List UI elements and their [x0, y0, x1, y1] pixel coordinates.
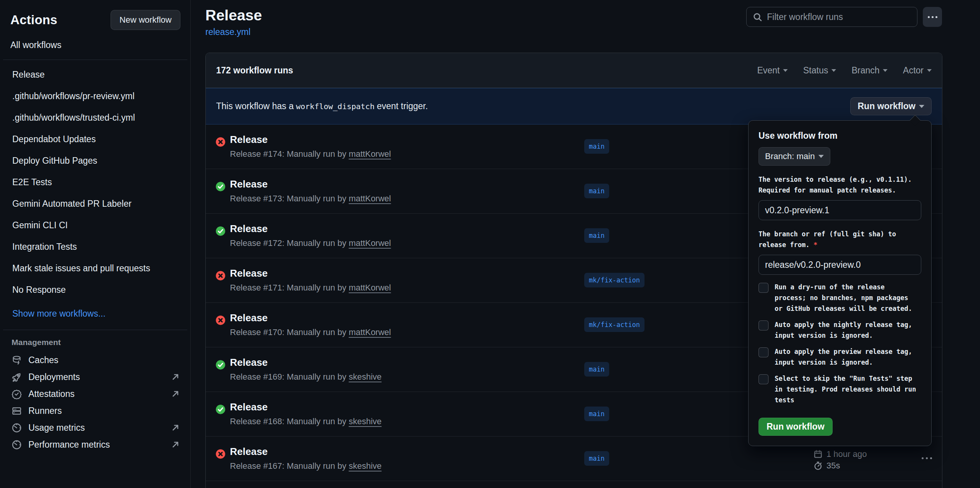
sidebar-workflow-item[interactable]: .github/workflows/pr-review.yml [7, 85, 181, 107]
run-actor-link[interactable]: mattKorwel [349, 327, 391, 337]
management-item-icon [12, 389, 22, 399]
chevron-down-icon [818, 155, 824, 158]
panel-checkbox[interactable] [759, 283, 768, 293]
sidebar-workflow-label: .github/workflows/pr-review.yml [12, 91, 134, 101]
runs-filter-dropdown[interactable]: Branch [851, 65, 887, 76]
ref-input[interactable] [759, 255, 921, 275]
run-branch-badge[interactable]: main [584, 184, 609, 198]
run-actor-link[interactable]: skeshive [349, 461, 382, 471]
run-actor-link[interactable]: skeshive [349, 372, 382, 382]
sidebar-workflow-item[interactable]: Release [7, 64, 181, 85]
runs-card-header: 172 workflow runs Event Status Branch Ac… [206, 53, 942, 88]
panel-checkbox-row: Auto apply the nightly release tag, inpu… [759, 319, 921, 341]
sidebar-workflow-item[interactable]: Gemini CLI CI [7, 214, 181, 236]
chevron-down-icon [783, 69, 788, 72]
chevron-down-icon [883, 69, 887, 72]
run-title-link[interactable]: Release [230, 267, 268, 279]
sidebar-workflow-item[interactable]: .github/workflows/trusted-ci.yml [7, 107, 181, 128]
run-branch-badge[interactable]: main [584, 139, 609, 154]
run-kebab-menu-button[interactable] [918, 453, 936, 463]
page-title: Release [205, 7, 262, 24]
runs-filter-dropdown[interactable]: Event [757, 65, 788, 76]
run-status-icon [215, 360, 226, 370]
management-item-label: Deployments [28, 372, 80, 382]
panel-checkbox-row: Run a dry-run of the release process; no… [759, 282, 921, 314]
management-item-icon [12, 355, 22, 365]
run-branch-badge[interactable]: main [584, 228, 609, 243]
banner-text: This workflow has aworkflow_dispatcheven… [216, 101, 428, 111]
runs-filter-dropdown[interactable]: Actor [903, 65, 932, 76]
external-link-icon [171, 372, 180, 382]
run-branch-badge[interactable]: main [584, 407, 609, 421]
run-title-link[interactable]: Release [230, 312, 268, 324]
sidebar-workflow-item[interactable]: Mark stale issues and pull requests [7, 257, 181, 279]
sidebar-workflow-item[interactable]: Dependabot Updates [7, 128, 181, 150]
sidebar-management-item[interactable]: Attestations [0, 385, 190, 402]
run-title-link[interactable]: Release [230, 446, 268, 458]
run-actor-link[interactable]: mattKorwel [349, 238, 391, 248]
run-title-link[interactable]: Release [230, 134, 268, 146]
management-item-label: Caches [28, 355, 58, 365]
panel-checkbox-list: Run a dry-run of the release process; no… [759, 282, 921, 405]
sidebar-workflow-item[interactable]: Integration Tests [7, 236, 181, 257]
panel-checkbox-row: Auto apply the preview release tag, inpu… [759, 346, 921, 368]
run-branch-badge[interactable]: mk/fix-action [584, 273, 645, 287]
panel-checkbox-label[interactable]: Select to skip the "Run Tests" step in t… [775, 373, 921, 405]
run-description: Release #173: Manually run by mattKorwel [230, 194, 391, 204]
workflow-runs-count: 172 workflow runs [216, 65, 293, 76]
management-item-label: Runners [28, 406, 62, 416]
sidebar-item-all-workflows[interactable]: All workflows [0, 30, 190, 60]
runs-filter-dropdown[interactable]: Status [803, 65, 836, 76]
sidebar-workflow-item[interactable]: No Response [7, 279, 181, 300]
run-branch-badge[interactable]: mk/fix-action [584, 317, 645, 332]
run-description: Release #174: Manually run by mattKorwel [230, 149, 391, 159]
new-workflow-button[interactable]: New workflow [111, 10, 180, 30]
workflow-dispatch-code: workflow_dispatch [294, 102, 377, 111]
run-workflow-panel: Use workflow from Branch: main The versi… [748, 120, 932, 446]
run-title-link[interactable]: Release [230, 357, 268, 368]
run-title-link[interactable]: Release [230, 401, 268, 413]
run-description: Release #167: Manually run by skeshive [230, 461, 382, 471]
panel-checkbox-label[interactable]: Auto apply the preview release tag, inpu… [775, 346, 921, 368]
panel-checkbox-label[interactable]: Run a dry-run of the release process; no… [775, 282, 921, 314]
panel-checkbox-label[interactable]: Auto apply the nightly release tag, inpu… [775, 319, 921, 341]
filter-workflow-runs-box[interactable] [746, 7, 917, 27]
page-kebab-menu-button[interactable] [923, 7, 942, 27]
panel-checkbox[interactable] [759, 347, 768, 357]
sidebar-workflow-item[interactable]: E2E Tests [7, 171, 181, 193]
workflow-dispatch-banner: This workflow has aworkflow_dispatcheven… [206, 88, 942, 124]
branch-select-button[interactable]: Branch: main [759, 147, 830, 166]
panel-checkbox[interactable] [759, 374, 768, 384]
management-list: Caches Deployments [0, 350, 190, 455]
run-actor-link[interactable]: mattKorwel [349, 149, 391, 159]
sidebar-workflow-label: Gemini CLI CI [12, 220, 68, 230]
version-input[interactable] [759, 200, 921, 220]
run-branch-badge[interactable]: main [584, 362, 609, 377]
sidebar-management-item[interactable]: Runners [0, 402, 190, 419]
show-more-workflows-link[interactable]: Show more workflows... [7, 303, 181, 324]
run-actor-link[interactable]: mattKorwel [349, 283, 391, 292]
filter-workflow-runs-input[interactable] [767, 12, 911, 22]
sidebar-management-item[interactable]: Performance metrics [0, 436, 190, 453]
run-description: Release #170: Manually run by mattKorwel [230, 327, 391, 337]
sidebar-management-item[interactable]: Deployments [0, 368, 190, 385]
panel-checkbox[interactable] [759, 320, 768, 330]
run-title-link[interactable]: Release [230, 223, 268, 235]
sidebar-workflow-label: Dependabot Updates [12, 134, 96, 144]
run-description: Release #171: Manually run by mattKorwel [230, 283, 391, 293]
run-actor-link[interactable]: skeshive [349, 417, 382, 426]
sidebar-management-item[interactable]: Caches [0, 352, 190, 368]
sidebar-workflow-label: Gemini Automated PR Labeler [12, 199, 132, 209]
sidebar-workflow-item[interactable]: Gemini Automated PR Labeler [7, 193, 181, 214]
run-workflow-dropdown-button[interactable]: Run workflow [850, 97, 932, 115]
run-status-icon [215, 315, 226, 325]
run-description: Release #172: Manually run by mattKorwel [230, 238, 391, 248]
workflow-file-link[interactable]: release.yml [205, 27, 251, 37]
run-status-icon [215, 271, 226, 281]
run-title-link[interactable]: Release [230, 178, 268, 190]
run-branch-badge[interactable]: main [584, 451, 609, 466]
run-workflow-submit-button[interactable]: Run workflow [759, 418, 833, 436]
sidebar-management-item[interactable]: Usage metrics [0, 419, 190, 436]
run-actor-link[interactable]: mattKorwel [349, 194, 391, 203]
sidebar-workflow-item[interactable]: Deploy GitHub Pages [7, 150, 181, 171]
